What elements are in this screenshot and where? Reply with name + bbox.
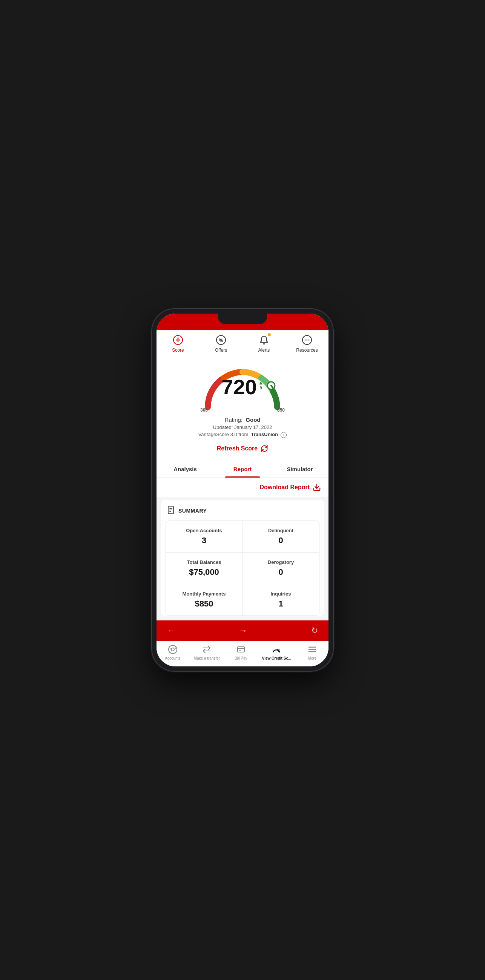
derogatory-value: 0 — [250, 567, 311, 577]
svg-text:%: % — [219, 338, 223, 343]
open-accounts-value: 3 — [174, 536, 235, 546]
monthly-payments-label: Monthly Payments — [174, 591, 235, 597]
nav-score[interactable]: Score — [165, 334, 191, 353]
bottom-nav-credit[interactable]: View Credit Sc... — [262, 644, 292, 660]
score-change: ▲ 9 — [258, 377, 263, 390]
forward-button[interactable]: → — [236, 624, 250, 637]
download-icon — [313, 483, 321, 492]
credit-score-icon — [271, 644, 282, 655]
rating-value: Good — [246, 417, 260, 423]
total-balances-label: Total Balances — [174, 559, 235, 565]
download-label: Download Report — [260, 484, 310, 491]
summary-header: SUMMARY — [161, 500, 324, 520]
bottom-nav-billpay[interactable]: Bill Pay — [230, 644, 252, 660]
more-nav-label: More — [308, 656, 317, 660]
delinquent-value: 0 — [250, 536, 311, 546]
top-nav: Score % Offers — [156, 330, 329, 356]
resources-nav-icon — [301, 334, 313, 346]
more-icon — [307, 644, 317, 655]
download-report-button[interactable]: Download Report — [260, 483, 321, 492]
summary-doc-icon — [167, 506, 175, 516]
nav-offers[interactable]: % Offers — [208, 334, 234, 353]
transfer-nav-label: Make a transfer — [194, 656, 220, 660]
phone-screen: Score % Offers — [156, 313, 329, 667]
svg-point-16 — [169, 645, 177, 654]
svg-point-1 — [177, 339, 179, 341]
vantage-provider: TransUnion — [251, 431, 278, 437]
summary-card: Open Accounts 3 Delinquent 0 Total Balan… — [166, 520, 319, 616]
score-delta: 9 — [260, 386, 262, 390]
nav-alerts[interactable]: Alerts — [251, 334, 277, 353]
tabs-row: Analysis Report Simulator — [156, 461, 329, 478]
updated-text: Updated: January 17, 2022 — [164, 425, 321, 430]
resources-nav-label: Resources — [296, 347, 317, 353]
summary-cell-derogatory: Derogatory 0 — [242, 552, 319, 584]
summary-title: SUMMARY — [179, 508, 207, 514]
billpay-nav-label: Bill Pay — [235, 656, 247, 660]
browser-bar: ← → ↻ — [156, 620, 329, 641]
score-nav-icon — [172, 334, 184, 346]
gauge-container: 720 ▲ 9 300 850 — [197, 364, 288, 413]
svg-point-17 — [171, 648, 174, 651]
tab-simulator[interactable]: Simulator — [271, 461, 329, 477]
bottom-nav-accounts[interactable]: Accounts — [161, 644, 184, 660]
summary-cell-inquiries: Inquiries 1 — [242, 584, 319, 616]
accounts-icon — [168, 644, 178, 655]
info-icon[interactable]: i — [281, 432, 287, 438]
vantage-text: VantageScore 3.0 from TransUnion i — [164, 431, 321, 438]
accounts-nav-label: Accounts — [165, 656, 180, 660]
alerts-nav-icon — [258, 334, 270, 346]
refresh-icon — [261, 445, 268, 452]
score-nav-label: Score — [172, 347, 183, 353]
score-display: 720 ▲ 9 — [222, 377, 263, 398]
rating-label: Rating: — [224, 417, 242, 423]
credit-nav-label: View Credit Sc... — [262, 656, 292, 660]
notch — [218, 313, 267, 324]
bottom-nav: Accounts Make a transfer — [156, 641, 329, 667]
rating-text: Rating: Good — [164, 417, 321, 423]
open-accounts-label: Open Accounts — [174, 528, 235, 533]
summary-cell-delinquent: Delinquent 0 — [242, 521, 319, 552]
bottom-nav-transfer[interactable]: Make a transfer — [194, 644, 220, 660]
summary-cell-monthly-payments: Monthly Payments $850 — [166, 584, 242, 616]
svg-point-7 — [306, 340, 308, 341]
offers-nav-icon: % — [215, 334, 227, 346]
svg-point-6 — [305, 340, 306, 341]
alerts-nav-label: Alerts — [258, 347, 270, 353]
gauge-min: 300 — [200, 407, 208, 413]
vantage-label: VantageScore 3.0 from — [198, 431, 249, 437]
monthly-payments-value: $850 — [174, 599, 235, 609]
inquiries-value: 1 — [250, 599, 311, 609]
offers-nav-label: Offers — [215, 347, 227, 353]
svg-point-8 — [308, 340, 310, 341]
summary-cell-open-accounts: Open Accounts 3 — [166, 521, 242, 552]
tab-analysis[interactable]: Analysis — [156, 461, 214, 477]
refresh-score-button[interactable]: Refresh Score — [214, 443, 271, 454]
derogatory-label: Derogatory — [250, 559, 311, 565]
summary-cell-total-balances: Total Balances $75,000 — [166, 552, 242, 584]
billpay-icon — [236, 644, 246, 655]
summary-section: SUMMARY Open Accounts 3 Delinquent 0 — [161, 500, 324, 616]
delinquent-label: Delinquent — [250, 528, 311, 533]
score-number: 720 — [222, 377, 257, 398]
gauge-max: 850 — [277, 407, 285, 413]
transfer-icon — [201, 644, 212, 655]
phone-frame: Score % Offers — [152, 309, 333, 671]
tab-report[interactable]: Report — [214, 461, 271, 477]
bottom-nav-more[interactable]: More — [301, 644, 324, 660]
download-row: Download Report — [156, 478, 329, 497]
svg-rect-20 — [238, 647, 244, 652]
summary-grid: Open Accounts 3 Delinquent 0 Total Balan… — [166, 521, 319, 616]
content-area: Download Report — [156, 478, 329, 620]
back-button[interactable]: ← — [164, 624, 179, 637]
nav-resources[interactable]: Resources — [294, 334, 320, 353]
reload-button[interactable]: ↻ — [308, 624, 321, 637]
score-section: 720 ▲ 9 300 850 Rating: Good Updated: Ja… — [156, 356, 329, 461]
score-up-arrow: ▲ — [258, 380, 263, 386]
alert-badge — [268, 333, 271, 336]
refresh-label: Refresh Score — [217, 445, 258, 452]
total-balances-value: $75,000 — [174, 567, 235, 577]
inquiries-label: Inquiries — [250, 591, 311, 597]
